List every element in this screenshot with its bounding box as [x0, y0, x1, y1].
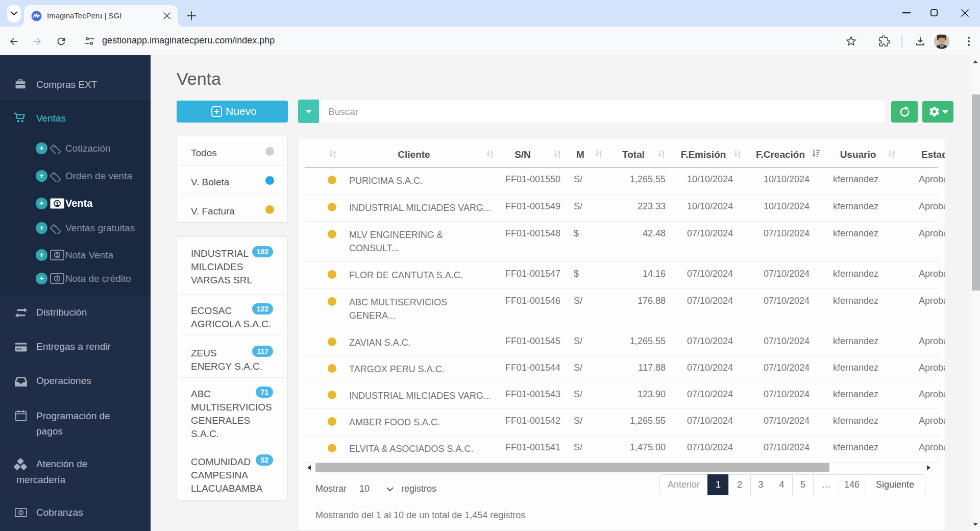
svg-text:1: 1 — [56, 201, 59, 207]
svg-text:1: 1 — [56, 275, 59, 281]
svg-text:1: 1 — [56, 252, 59, 258]
svg-text:1: 1 — [20, 510, 22, 515]
